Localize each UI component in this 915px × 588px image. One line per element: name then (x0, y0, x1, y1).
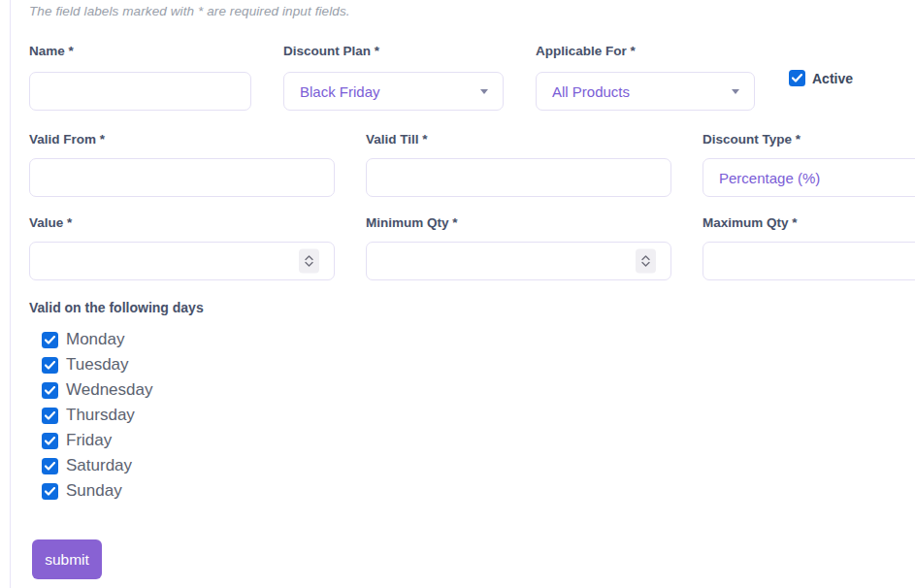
day-label: Saturday (66, 457, 132, 474)
check-icon (45, 336, 55, 344)
check-icon (45, 386, 55, 395)
applicable-for-select[interactable]: All Products (536, 72, 755, 111)
discount-plan-label: Discount Plan * (283, 45, 379, 58)
day-label: Tuesday (66, 356, 129, 374)
submit-button[interactable]: submit (32, 539, 102, 579)
chevron-up-icon (641, 255, 650, 261)
name-input[interactable] (29, 72, 251, 111)
minimum-qty-number-field (366, 242, 671, 280)
day-row-saturday: Saturday (42, 457, 132, 474)
day-label: Thursday (66, 407, 135, 424)
valid-days-section-label: Valid on the following days (29, 300, 204, 315)
wednesday-checkbox[interactable] (42, 382, 58, 399)
discount-type-select[interactable]: Percentage (%) (703, 158, 915, 197)
applicable-for-selected-value: All Products (552, 83, 630, 100)
name-label: Name * (29, 45, 74, 58)
discount-plan-selected-value: Black Friday (300, 83, 380, 100)
friday-checkbox[interactable] (42, 433, 58, 449)
check-icon (45, 487, 55, 496)
chevron-down-icon (305, 262, 313, 268)
sunday-checkbox[interactable] (42, 483, 58, 500)
discount-type-selected-value: Percentage (%) (719, 170, 820, 186)
day-row-tuesday: Tuesday (42, 356, 129, 374)
required-fields-note: The field labels marked with * are requi… (29, 4, 350, 18)
check-icon (45, 361, 55, 370)
check-icon (45, 411, 55, 420)
chevron-down-icon (641, 262, 650, 268)
maximum-qty-input[interactable] (703, 242, 915, 280)
valid-from-input[interactable] (29, 158, 335, 197)
discount-plan-select[interactable]: Black Friday (283, 72, 504, 111)
card-left-border (10, 0, 11, 588)
active-checkbox[interactable] (789, 70, 805, 86)
day-label: Monday (66, 331, 124, 348)
discount-type-label: Discount Type * (703, 133, 801, 147)
day-label: Sunday (66, 482, 122, 500)
value-input[interactable] (29, 242, 335, 280)
check-icon (45, 462, 55, 471)
active-label: Active (812, 71, 853, 86)
day-row-thursday: Thursday (42, 407, 135, 424)
value-label: Value * (29, 216, 72, 230)
value-number-field (29, 242, 335, 280)
saturday-checkbox[interactable] (42, 458, 58, 474)
minimum-qty-label: Minimum Qty * (366, 216, 458, 230)
quantity-stepper[interactable] (299, 249, 319, 274)
thursday-checkbox[interactable] (42, 408, 58, 424)
caret-down-icon (480, 89, 488, 94)
active-checkbox-group: Active (789, 70, 853, 86)
quantity-stepper[interactable] (636, 249, 656, 274)
day-label: Friday (66, 432, 112, 449)
day-row-wednesday: Wednesday (42, 381, 152, 399)
valid-till-input[interactable] (366, 158, 671, 197)
check-icon (45, 437, 55, 445)
tuesday-checkbox[interactable] (42, 357, 58, 374)
maximum-qty-label: Maximum Qty * (703, 216, 798, 230)
valid-from-label: Valid From * (29, 133, 105, 147)
valid-till-label: Valid Till * (366, 133, 428, 147)
check-icon (792, 74, 802, 82)
day-label: Wednesday (66, 381, 152, 399)
day-row-monday: Monday (42, 331, 124, 348)
day-row-friday: Friday (42, 432, 112, 449)
minimum-qty-input[interactable] (366, 242, 671, 280)
chevron-up-icon (305, 255, 313, 261)
applicable-for-label: Applicable For * (536, 45, 636, 58)
caret-down-icon (732, 89, 739, 94)
day-row-sunday: Sunday (42, 482, 122, 500)
monday-checkbox[interactable] (42, 332, 58, 348)
